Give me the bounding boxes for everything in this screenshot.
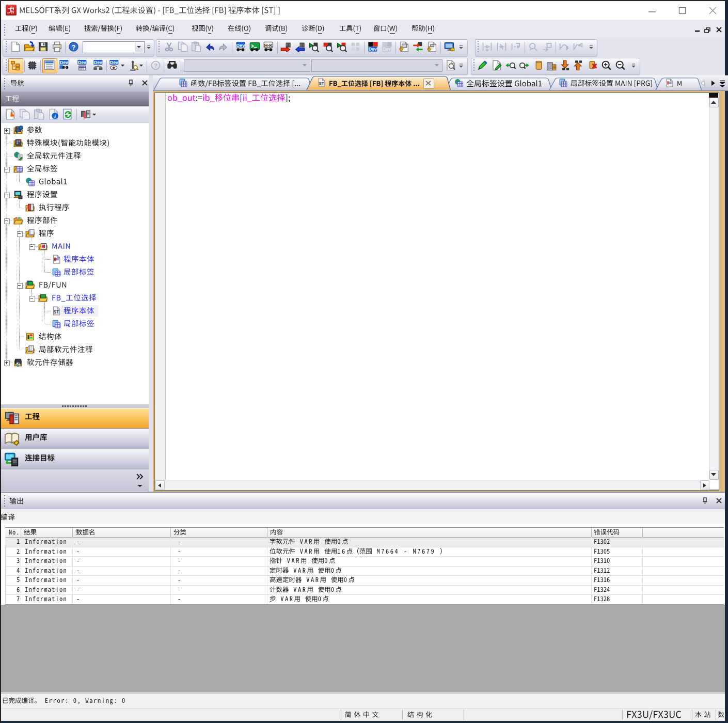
- svg-text:Dev: Dev: [236, 43, 245, 48]
- svg-text:Dev: Dev: [369, 46, 377, 52]
- svg-text:?: ?: [71, 43, 75, 51]
- svg-text:Dev: Dev: [60, 60, 68, 65]
- svg-text:?: ?: [154, 62, 157, 69]
- svg-text:Dev: Dev: [110, 60, 118, 65]
- svg-text:Dev: Dev: [94, 60, 102, 65]
- svg-text:Dev: Dev: [383, 46, 391, 52]
- svg-text:ST: ST: [54, 309, 60, 315]
- svg-text:H-K: H-K: [264, 43, 273, 48]
- svg-text:Dev: Dev: [78, 60, 86, 65]
- svg-text:ST: ST: [319, 81, 324, 86]
